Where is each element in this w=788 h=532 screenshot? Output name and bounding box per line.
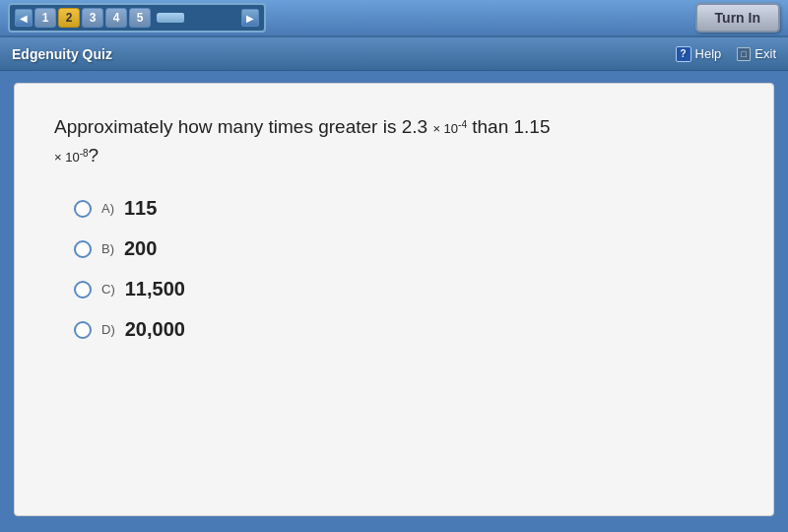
option-value-0: 115	[124, 197, 157, 220]
main-content: Approximately how many times greater is …	[14, 83, 774, 516]
option-item-0[interactable]: A) 115	[74, 197, 734, 220]
option-value-2: 11,500	[125, 278, 185, 300]
radio-3[interactable]	[74, 321, 92, 339]
header-right: ? Help □ Exit	[676, 46, 776, 62]
option-item-3[interactable]: D) 20,000	[74, 318, 734, 341]
nav-pill-5[interactable]: 5	[129, 8, 151, 28]
exit-button[interactable]: □ Exit	[737, 46, 776, 61]
quiz-title: Edgenuity Quiz	[12, 46, 112, 62]
option-value-3: 20,000	[125, 318, 185, 341]
radio-2[interactable]	[74, 281, 92, 299]
option-label-0: A)	[101, 201, 114, 216]
exit-label: Exit	[755, 46, 776, 61]
question-text: Approximately how many times greater is …	[54, 113, 734, 169]
nav-prev-arrow[interactable]: ◀	[15, 9, 33, 27]
nav-next-arrow[interactable]: ▶	[241, 9, 259, 27]
nav-pills: ◀ 12345 ▶	[8, 3, 266, 33]
option-value-1: 200	[124, 237, 157, 260]
radio-1[interactable]	[74, 240, 92, 258]
exit-icon: □	[737, 47, 751, 61]
turn-in-button[interactable]: Turn In	[695, 3, 780, 33]
option-item-1[interactable]: B) 200	[74, 237, 734, 260]
top-bar: ◀ 12345 ▶ Turn In	[0, 0, 788, 37]
option-label-2: C)	[101, 282, 115, 297]
option-label-1: B)	[101, 241, 114, 256]
option-label-3: D)	[101, 322, 115, 337]
nav-pill-2[interactable]: 2	[58, 8, 80, 28]
help-icon: ?	[676, 46, 691, 62]
nav-pill-1[interactable]: 1	[34, 8, 56, 28]
help-label: Help	[695, 46, 722, 61]
nav-pill-4[interactable]: 4	[105, 8, 127, 28]
options-list: A) 115 B) 200 C) 11,500 D) 20,000	[54, 197, 734, 341]
header-bar: Edgenuity Quiz ? Help □ Exit	[0, 37, 788, 71]
option-item-2[interactable]: C) 11,500	[74, 278, 734, 300]
radio-0[interactable]	[74, 200, 92, 218]
nav-progress-fill	[157, 13, 184, 23]
nav-progress-bar	[157, 13, 235, 23]
help-button[interactable]: ? Help	[676, 46, 722, 62]
nav-pill-3[interactable]: 3	[82, 8, 103, 28]
